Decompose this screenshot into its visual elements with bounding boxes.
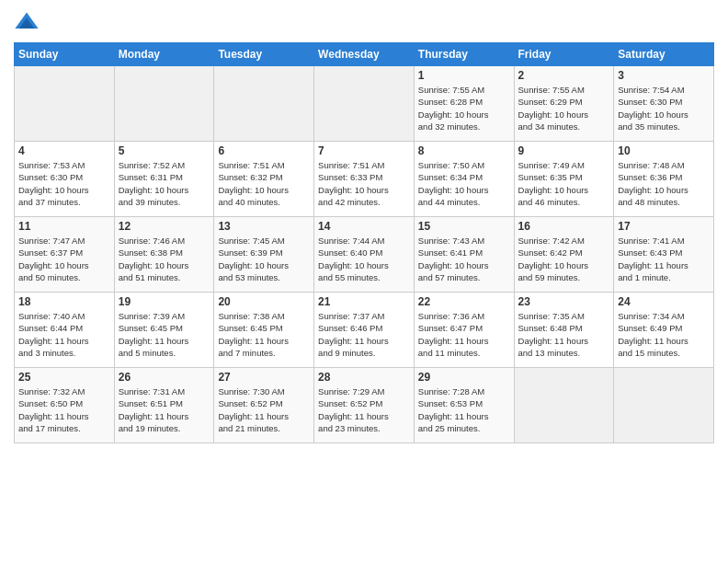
day-cell: 15Sunrise: 7:43 AM Sunset: 6:41 PM Dayli… (414, 217, 514, 293)
day-number: 9 (518, 144, 610, 157)
day-info: Sunrise: 7:55 AM Sunset: 6:29 PM Dayligh… (518, 84, 610, 132)
header-row: SundayMondayTuesdayWednesdayThursdayFrid… (15, 43, 714, 66)
day-info: Sunrise: 7:46 AM Sunset: 6:38 PM Dayligh… (119, 235, 210, 283)
day-cell: 20Sunrise: 7:38 AM Sunset: 6:45 PM Dayli… (214, 293, 314, 368)
day-number: 8 (418, 144, 510, 157)
day-info: Sunrise: 7:41 AM Sunset: 6:43 PM Dayligh… (618, 235, 710, 283)
day-info: Sunrise: 7:31 AM Sunset: 6:51 PM Dayligh… (119, 385, 210, 434)
day-number: 5 (119, 144, 210, 157)
day-cell: 3Sunrise: 7:54 AM Sunset: 6:30 PM Daylig… (614, 66, 714, 142)
day-number: 25 (18, 371, 110, 384)
day-info: Sunrise: 7:34 AM Sunset: 6:49 PM Dayligh… (618, 310, 710, 359)
day-info: Sunrise: 7:38 AM Sunset: 6:45 PM Dayligh… (218, 310, 310, 359)
day-cell: 14Sunrise: 7:44 AM Sunset: 6:40 PM Dayli… (314, 217, 415, 293)
day-cell: 16Sunrise: 7:42 AM Sunset: 6:42 PM Dayli… (514, 217, 614, 293)
day-number: 12 (119, 220, 210, 233)
day-info: Sunrise: 7:55 AM Sunset: 6:28 PM Dayligh… (418, 84, 510, 132)
day-cell (214, 66, 314, 142)
week-row-5: 25Sunrise: 7:32 AM Sunset: 6:50 PM Dayli… (15, 368, 714, 443)
day-info: Sunrise: 7:54 AM Sunset: 6:30 PM Dayligh… (618, 84, 710, 132)
day-number: 29 (418, 371, 510, 384)
day-number: 4 (18, 144, 110, 157)
day-info: Sunrise: 7:43 AM Sunset: 6:41 PM Dayligh… (418, 235, 510, 283)
day-cell: 23Sunrise: 7:35 AM Sunset: 6:48 PM Dayli… (514, 293, 614, 368)
day-number: 13 (218, 220, 310, 233)
day-number: 11 (18, 220, 110, 233)
day-cell: 7Sunrise: 7:51 AM Sunset: 6:33 PM Daylig… (314, 142, 415, 217)
day-cell: 4Sunrise: 7:53 AM Sunset: 6:30 PM Daylig… (15, 142, 115, 217)
day-cell: 19Sunrise: 7:39 AM Sunset: 6:45 PM Dayli… (114, 293, 214, 368)
day-number: 16 (518, 220, 610, 233)
day-number: 19 (119, 295, 210, 308)
day-info: Sunrise: 7:30 AM Sunset: 6:52 PM Dayligh… (218, 385, 310, 434)
day-info: Sunrise: 7:48 AM Sunset: 6:36 PM Dayligh… (618, 159, 710, 208)
day-info: Sunrise: 7:32 AM Sunset: 6:50 PM Dayligh… (18, 385, 110, 434)
day-cell: 12Sunrise: 7:46 AM Sunset: 6:38 PM Dayli… (114, 217, 214, 293)
day-number: 15 (418, 220, 510, 233)
week-row-4: 18Sunrise: 7:40 AM Sunset: 6:44 PM Dayli… (15, 293, 714, 368)
logo (14, 9, 41, 35)
header-cell-tuesday: Tuesday (214, 43, 314, 66)
day-cell: 26Sunrise: 7:31 AM Sunset: 6:51 PM Dayli… (114, 368, 214, 443)
day-number: 14 (318, 220, 410, 233)
day-number: 24 (618, 295, 710, 308)
day-info: Sunrise: 7:51 AM Sunset: 6:32 PM Dayligh… (218, 159, 310, 208)
day-info: Sunrise: 7:35 AM Sunset: 6:48 PM Dayligh… (518, 310, 610, 359)
calendar-table: SundayMondayTuesdayWednesdayThursdayFrid… (14, 42, 714, 443)
day-cell: 5Sunrise: 7:52 AM Sunset: 6:31 PM Daylig… (114, 142, 214, 217)
day-cell: 9Sunrise: 7:49 AM Sunset: 6:35 PM Daylig… (514, 142, 614, 217)
day-info: Sunrise: 7:44 AM Sunset: 6:40 PM Dayligh… (318, 235, 410, 283)
day-info: Sunrise: 7:29 AM Sunset: 6:52 PM Dayligh… (318, 385, 410, 434)
day-cell: 18Sunrise: 7:40 AM Sunset: 6:44 PM Dayli… (15, 293, 115, 368)
day-info: Sunrise: 7:36 AM Sunset: 6:47 PM Dayligh… (418, 310, 510, 359)
day-number: 18 (18, 295, 110, 308)
day-info: Sunrise: 7:52 AM Sunset: 6:31 PM Dayligh… (119, 159, 210, 208)
week-row-2: 4Sunrise: 7:53 AM Sunset: 6:30 PM Daylig… (15, 142, 714, 217)
header-cell-saturday: Saturday (614, 43, 714, 66)
day-cell: 22Sunrise: 7:36 AM Sunset: 6:47 PM Dayli… (414, 293, 514, 368)
day-cell: 25Sunrise: 7:32 AM Sunset: 6:50 PM Dayli… (15, 368, 115, 443)
calendar-body: 1Sunrise: 7:55 AM Sunset: 6:28 PM Daylig… (15, 66, 714, 443)
day-info: Sunrise: 7:42 AM Sunset: 6:42 PM Dayligh… (518, 235, 610, 283)
day-number: 20 (218, 295, 310, 308)
week-row-1: 1Sunrise: 7:55 AM Sunset: 6:28 PM Daylig… (15, 66, 714, 142)
day-number: 3 (618, 69, 710, 82)
day-info: Sunrise: 7:28 AM Sunset: 6:53 PM Dayligh… (418, 385, 510, 434)
day-cell: 13Sunrise: 7:45 AM Sunset: 6:39 PM Dayli… (214, 217, 314, 293)
day-cell (15, 66, 115, 142)
page-container: SundayMondayTuesdayWednesdayThursdayFrid… (0, 0, 728, 453)
day-number: 10 (618, 144, 710, 157)
day-number: 7 (318, 144, 410, 157)
day-cell: 8Sunrise: 7:50 AM Sunset: 6:34 PM Daylig… (414, 142, 514, 217)
day-info: Sunrise: 7:50 AM Sunset: 6:34 PM Dayligh… (418, 159, 510, 208)
day-number: 28 (318, 371, 410, 384)
calendar-header: SundayMondayTuesdayWednesdayThursdayFrid… (15, 43, 714, 66)
day-cell (314, 66, 415, 142)
day-number: 1 (418, 69, 510, 82)
day-cell: 2Sunrise: 7:55 AM Sunset: 6:29 PM Daylig… (514, 66, 614, 142)
day-info: Sunrise: 7:37 AM Sunset: 6:46 PM Dayligh… (318, 310, 410, 359)
day-number: 21 (318, 295, 410, 308)
header-cell-friday: Friday (514, 43, 614, 66)
day-cell: 27Sunrise: 7:30 AM Sunset: 6:52 PM Dayli… (214, 368, 314, 443)
day-number: 26 (119, 371, 210, 384)
header-cell-wednesday: Wednesday (314, 43, 415, 66)
header-cell-monday: Monday (114, 43, 214, 66)
week-row-3: 11Sunrise: 7:47 AM Sunset: 6:37 PM Dayli… (15, 217, 714, 293)
day-cell: 29Sunrise: 7:28 AM Sunset: 6:53 PM Dayli… (414, 368, 514, 443)
day-info: Sunrise: 7:45 AM Sunset: 6:39 PM Dayligh… (218, 235, 310, 283)
day-number: 2 (518, 69, 610, 82)
header-cell-sunday: Sunday (15, 43, 115, 66)
day-cell (514, 368, 614, 443)
day-cell: 17Sunrise: 7:41 AM Sunset: 6:43 PM Dayli… (614, 217, 714, 293)
day-cell: 10Sunrise: 7:48 AM Sunset: 6:36 PM Dayli… (614, 142, 714, 217)
day-number: 6 (218, 144, 310, 157)
day-info: Sunrise: 7:47 AM Sunset: 6:37 PM Dayligh… (18, 235, 110, 283)
day-cell: 11Sunrise: 7:47 AM Sunset: 6:37 PM Dayli… (15, 217, 115, 293)
day-number: 23 (518, 295, 610, 308)
day-info: Sunrise: 7:40 AM Sunset: 6:44 PM Dayligh… (18, 310, 110, 359)
day-info: Sunrise: 7:49 AM Sunset: 6:35 PM Dayligh… (518, 159, 610, 208)
day-cell: 1Sunrise: 7:55 AM Sunset: 6:28 PM Daylig… (414, 66, 514, 142)
day-number: 27 (218, 371, 310, 384)
logo-icon (14, 9, 40, 35)
